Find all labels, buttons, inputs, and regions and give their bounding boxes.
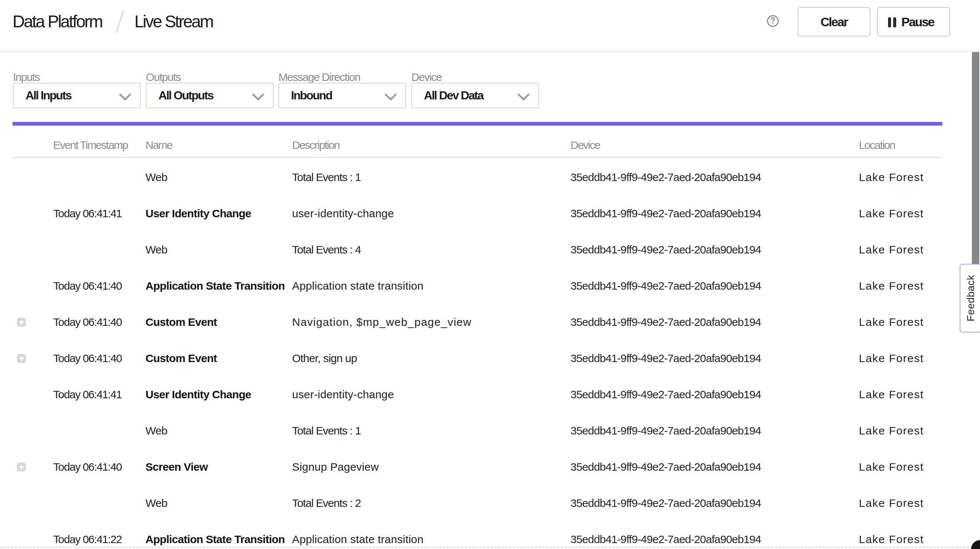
svg-text:?: ? xyxy=(770,16,775,26)
